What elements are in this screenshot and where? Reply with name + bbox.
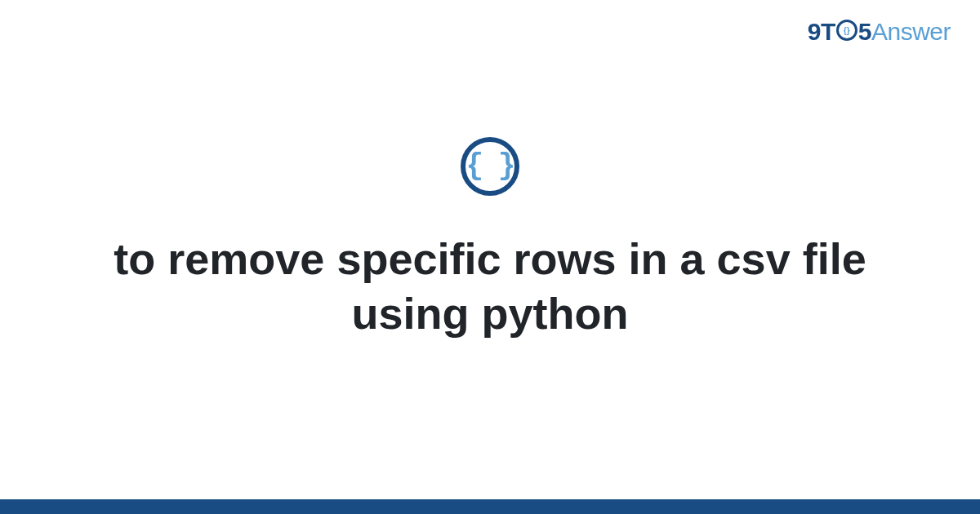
main-content: { } to remove specific rows in a csv fil… (0, 0, 980, 514)
code-braces-icon: { } (461, 137, 519, 196)
braces-glyph: { } (466, 149, 514, 183)
page-title: to remove specific rows in a csv file us… (90, 232, 890, 342)
footer-accent-bar (0, 499, 980, 514)
